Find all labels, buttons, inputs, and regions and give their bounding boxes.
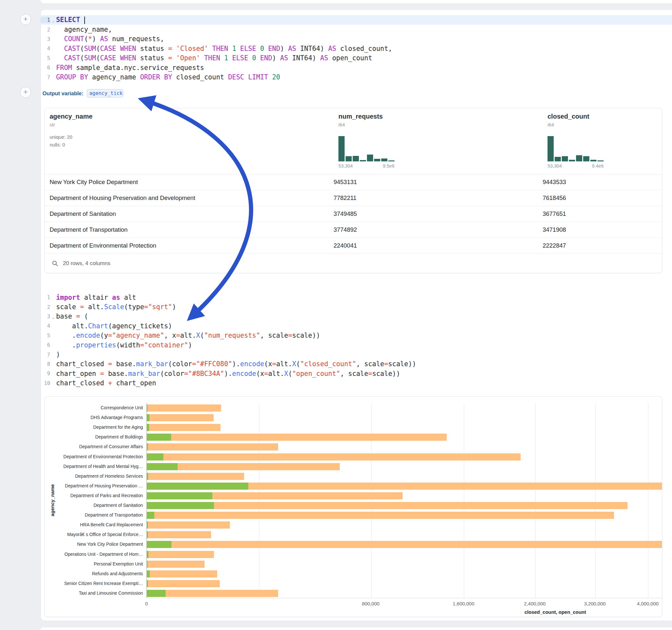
code-line[interactable]: 6 .properties(width="container") xyxy=(41,340,672,350)
table-cell: Department of Housing Preservation and D… xyxy=(45,194,334,201)
code-line[interactable]: 5 CAST(SUM(CASE WHEN status = 'Open' THE… xyxy=(41,53,672,63)
histogram-bar xyxy=(345,156,352,162)
table-row[interactable]: New York City Police Department945313194… xyxy=(45,174,662,190)
line-number: 3 xyxy=(41,36,50,42)
histogram-max-label: 9.4e6 xyxy=(592,163,604,169)
gridline xyxy=(464,403,464,598)
y-axis-label: Department for the Aging xyxy=(54,422,143,432)
table-cell: 3471908 xyxy=(543,226,662,233)
table-row[interactable]: Department of Environmental Protection22… xyxy=(45,238,662,253)
code-line[interactable]: 5 .encode(y="agency_name", x=alt.X("num_… xyxy=(41,331,672,340)
line-number: 8 xyxy=(41,361,50,367)
notebook-screen: + + 1⌄SELECT 2 agency_name,3 COUNT(*) AS… xyxy=(0,0,672,630)
table-body: New York City Police Department945313194… xyxy=(45,174,662,253)
code-line[interactable]: 2scale = alt.Scale(type="sqrt") xyxy=(41,302,672,311)
column-type: i64 xyxy=(548,122,554,127)
code-text: CAST(SUM(CASE WHEN status = 'Open' THEN … xyxy=(56,54,672,62)
table-row[interactable]: Department of Sanitation37494853677651 xyxy=(45,206,662,222)
histogram-range-labels: 53,304 9.4e6 xyxy=(548,163,604,169)
code-line[interactable]: 4 alt.Chart(agency_tickets) xyxy=(41,321,672,331)
bar-open_count xyxy=(147,405,147,412)
code-text: agency_name, xyxy=(56,26,672,33)
code-line[interactable]: 3 COUNT(*) AS num_requests, xyxy=(41,34,672,44)
table-cell: Department of Transportation xyxy=(45,226,334,233)
bar-open_count xyxy=(147,512,154,519)
column-header-closed-count[interactable]: closed_count xyxy=(548,113,589,120)
table-cell: 9443533 xyxy=(543,178,662,186)
code-text: SELECT xyxy=(56,16,672,24)
bar-closed_count xyxy=(147,551,214,558)
chart-plot-area xyxy=(146,403,662,598)
code-text: GROUP BY agency_name ORDER BY closed_cou… xyxy=(56,73,672,81)
bar-open_count xyxy=(147,463,178,470)
column-header-agency-name[interactable]: agency_name xyxy=(50,113,92,120)
bar-open_count xyxy=(147,453,163,461)
code-text: .encode(y="agency_name", x=alt.X("num_re… xyxy=(56,332,672,339)
output-variable-badge[interactable]: agency_tickets xyxy=(87,89,123,98)
bar-closed_count xyxy=(147,443,278,451)
code-line[interactable]: 6FROM sample_data.nyc.service_requests xyxy=(41,63,672,72)
code-line[interactable]: 7) xyxy=(41,350,672,359)
bar-open_count xyxy=(147,443,148,451)
add-cell-button[interactable]: + xyxy=(20,87,31,98)
histogram-bar xyxy=(374,159,380,162)
gridline xyxy=(371,403,371,598)
histogram-bar xyxy=(388,161,394,162)
bar-closed_count xyxy=(147,590,278,597)
python-editor[interactable]: 1import altair as alt2scale = alt.Scale(… xyxy=(41,293,672,388)
code-line[interactable]: 1⌄SELECT xyxy=(41,15,672,25)
code-text: base = ( xyxy=(56,312,672,320)
bar-open_count xyxy=(147,522,148,529)
next-panel-edge xyxy=(41,627,672,630)
code-line[interactable]: 3⌄base = ( xyxy=(41,312,672,321)
code-line[interactable]: 1import altair as alt xyxy=(41,293,672,302)
column-header-num-requests[interactable]: num_requests xyxy=(338,113,383,120)
results-table-card: agency_name str unique: 20 nulls: 0 num_… xyxy=(44,108,662,273)
code-line[interactable]: 9chart_open = base.mark_bar(color="#8BC3… xyxy=(41,369,672,378)
y-axis-label: Department of Consumer Affairs xyxy=(54,442,143,452)
bar-closed_count xyxy=(147,522,230,529)
bar-closed_count xyxy=(147,541,662,548)
fold-chevron-icon[interactable]: ⌄ xyxy=(50,315,56,319)
code-line[interactable]: 10chart_closed + chart_open xyxy=(41,379,672,388)
y-axis-label: Mayorâ€ s Office of Special Enforce… xyxy=(54,530,143,539)
line-number: 7 xyxy=(41,74,50,80)
bar-closed_count xyxy=(147,502,628,509)
bar-open_count xyxy=(147,492,212,500)
bar-closed_count xyxy=(147,571,217,578)
fold-chevron-icon[interactable]: ⌄ xyxy=(50,18,56,23)
gridline xyxy=(648,403,648,598)
code-line[interactable]: 8chart_closed = base.mark_bar(color="#FF… xyxy=(41,359,672,369)
code-line[interactable]: 2 agency_name, xyxy=(41,25,672,34)
table-row[interactable]: Department of Housing Preservation and D… xyxy=(45,190,662,206)
bar-closed_count xyxy=(147,453,521,461)
code-line[interactable]: 4 CAST(SUM(CASE WHEN status = 'Closed' T… xyxy=(41,44,672,53)
y-axis-label: Department of Homeless Services xyxy=(54,471,143,481)
y-axis-label: Refunds and Adjustments xyxy=(54,569,143,579)
add-cell-button[interactable]: + xyxy=(20,14,31,25)
code-text: CAST(SUM(CASE WHEN status = 'Closed' THE… xyxy=(56,45,672,52)
histogram-bar xyxy=(576,155,582,162)
line-number: 10 xyxy=(41,380,50,386)
y-axis-label: Department of Housing Preservation … xyxy=(54,481,143,491)
table-row[interactable]: Department of Transportation377489234719… xyxy=(45,222,662,238)
line-number: 6 xyxy=(41,65,50,71)
code-text: .properties(width="container") xyxy=(56,341,672,349)
column-histogram xyxy=(338,136,394,162)
histogram-bar xyxy=(597,161,604,162)
code-line[interactable]: 7GROUP BY agency_name ORDER BY closed_co… xyxy=(41,72,672,82)
bar-closed_count xyxy=(147,424,220,431)
y-axis-label: Department of Buildings xyxy=(54,432,143,442)
sql-editor[interactable]: 1⌄SELECT 2 agency_name,3 COUNT(*) AS num… xyxy=(41,15,672,82)
code-text: chart_closed + chart_open xyxy=(56,379,672,387)
table-cell: 7782211 xyxy=(334,194,543,201)
previous-panel-edge xyxy=(41,0,672,3)
histogram-bar xyxy=(367,154,373,162)
column-type: i64 xyxy=(338,122,345,127)
search-icon[interactable] xyxy=(52,260,58,267)
code-text: FROM sample_data.nyc.service_requests xyxy=(56,64,672,72)
plus-icon: + xyxy=(24,15,28,23)
bar-open_count xyxy=(147,561,147,568)
bar-open_count xyxy=(147,531,148,538)
line-number: 4 xyxy=(41,45,50,51)
